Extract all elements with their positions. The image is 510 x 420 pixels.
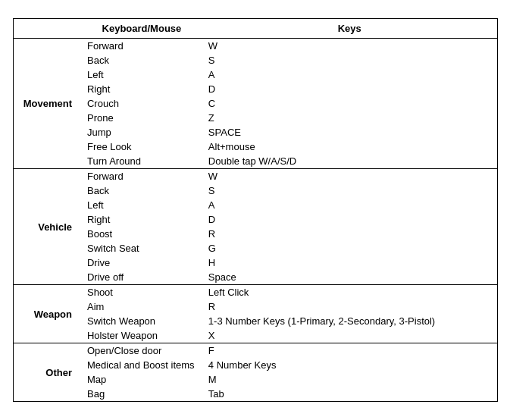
table-row: CrouchC	[13, 96, 497, 111]
keys-cell: A	[202, 198, 497, 212]
keys-cell: M	[202, 372, 497, 387]
col-header-keys: Keys	[202, 19, 497, 39]
action-cell: Left	[81, 198, 202, 212]
keys-cell: H	[202, 255, 497, 270]
section-label-movement: Movement	[13, 39, 81, 169]
table-row: LeftA	[13, 198, 497, 212]
keys-cell: D	[202, 212, 497, 227]
action-cell: Prone	[81, 111, 202, 125]
table-row: LeftA	[13, 67, 497, 82]
table-row: VehicleForwardW	[13, 169, 497, 184]
keys-cell: S	[202, 53, 497, 67]
action-cell: Boost	[81, 227, 202, 241]
keys-cell: D	[202, 82, 497, 96]
table-row: Switch Weapon1-3 Number Keys (1-Primary,…	[13, 314, 497, 328]
table-row: Holster WeaponX	[13, 328, 497, 343]
table-row: BackS	[13, 53, 497, 67]
keys-cell: Z	[202, 111, 497, 125]
table-row: BoostR	[13, 227, 497, 241]
table-row: MapM	[13, 372, 497, 387]
keys-cell: Double tap W/A/S/D	[202, 154, 497, 169]
action-cell: Drive off	[81, 270, 202, 285]
table-row: Switch SeatG	[13, 241, 497, 255]
table-row: RightD	[13, 212, 497, 227]
keybindings-table: Keyboard/Mouse Keys MovementForwardWBack…	[13, 18, 498, 402]
table-row: BackS	[13, 183, 497, 198]
action-cell: Back	[81, 53, 202, 67]
section-label-other: Other	[13, 343, 81, 402]
table-row: DriveH	[13, 255, 497, 270]
table-row: Turn AroundDouble tap W/A/S/D	[13, 154, 497, 169]
col-header-keyboard: Keyboard/Mouse	[81, 19, 202, 39]
keys-cell: Alt+mouse	[202, 139, 497, 154]
keys-cell: W	[202, 169, 497, 184]
section-label-vehicle: Vehicle	[13, 169, 81, 285]
keys-cell: G	[202, 241, 497, 255]
keys-cell: X	[202, 328, 497, 343]
action-cell: Left	[81, 67, 202, 82]
keys-cell: 1-3 Number Keys (1-Primary, 2-Secondary,…	[202, 314, 497, 328]
table-header-row: Keyboard/Mouse Keys	[13, 19, 497, 39]
keys-cell: C	[202, 96, 497, 111]
keys-cell: R	[202, 299, 497, 314]
action-cell: Open/Close door	[81, 343, 202, 359]
action-cell: Right	[81, 212, 202, 227]
table-row: MovementForwardW	[13, 39, 497, 54]
table-row: BagTab	[13, 387, 497, 402]
keys-cell: SPACE	[202, 125, 497, 139]
keys-cell: R	[202, 227, 497, 241]
action-cell: Switch Seat	[81, 241, 202, 255]
table-row: Free LookAlt+mouse	[13, 139, 497, 154]
action-cell: Bag	[81, 387, 202, 402]
keys-cell: Left Click	[202, 285, 497, 300]
col-header-category	[13, 19, 81, 39]
table-row: OtherOpen/Close doorF	[13, 343, 497, 359]
action-cell: Holster Weapon	[81, 328, 202, 343]
action-cell: Aim	[81, 299, 202, 314]
action-cell: Right	[81, 82, 202, 96]
action-cell: Back	[81, 183, 202, 198]
keys-cell: F	[202, 343, 497, 359]
table-row: Drive offSpace	[13, 270, 497, 285]
action-cell: Free Look	[81, 139, 202, 154]
action-cell: Turn Around	[81, 154, 202, 169]
action-cell: Forward	[81, 39, 202, 54]
table-row: JumpSPACE	[13, 125, 497, 139]
action-cell: Map	[81, 372, 202, 387]
keys-cell: W	[202, 39, 497, 54]
action-cell: Crouch	[81, 96, 202, 111]
keys-cell: S	[202, 183, 497, 198]
keybindings-container: Keyboard/Mouse Keys MovementForwardWBack…	[13, 18, 498, 402]
keys-cell: Space	[202, 270, 497, 285]
keys-cell: 4 Number Keys	[202, 358, 497, 372]
action-cell: Switch Weapon	[81, 314, 202, 328]
table-row: ProneZ	[13, 111, 497, 125]
action-cell: Medical and Boost items	[81, 358, 202, 372]
action-cell: Drive	[81, 255, 202, 270]
keys-cell: A	[202, 67, 497, 82]
table-row: Medical and Boost items4 Number Keys	[13, 358, 497, 372]
keys-cell: Tab	[202, 387, 497, 402]
table-row: AimR	[13, 299, 497, 314]
section-label-weapon: Weapon	[13, 285, 81, 343]
action-cell: Shoot	[81, 285, 202, 300]
table-row: RightD	[13, 82, 497, 96]
action-cell: Jump	[81, 125, 202, 139]
action-cell: Forward	[81, 169, 202, 184]
table-row: WeaponShootLeft Click	[13, 285, 497, 300]
